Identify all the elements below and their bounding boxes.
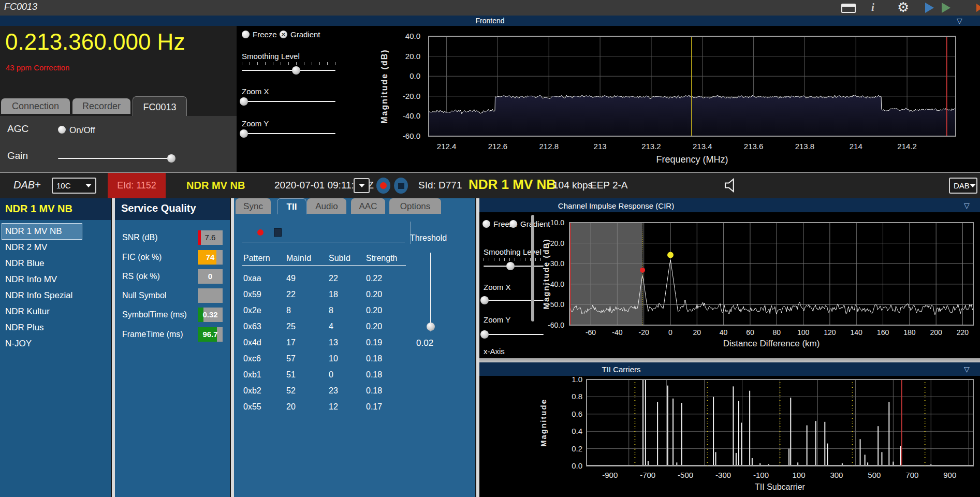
quality-label: FIC (ok %): [122, 253, 162, 262]
tii-cell: 57: [286, 354, 296, 363]
quality-label: SymbolTime (ms): [122, 310, 187, 319]
svg-text:0.2: 0.2: [572, 444, 582, 453]
svg-text:0.0: 0.0: [572, 461, 582, 470]
horizontal-divider[interactable]: [479, 358, 980, 362]
window-layout-icon[interactable]: [841, 4, 856, 13]
tii-cell: 49: [286, 274, 296, 283]
collapse-triangle-icon[interactable]: [957, 17, 962, 25]
service-list-panel: NDR 1 MV NB NDR 1 MV NBNDR 2 MVNDR BlueN…: [0, 198, 111, 497]
tii-carriers-chart: -900-700-500-300-1001003005007009001.00.…: [479, 376, 980, 497]
bitrate: 104 kbps: [553, 180, 593, 191]
gradient-radio[interactable]: [280, 31, 287, 38]
svg-text:214.2: 214.2: [897, 142, 917, 151]
collapse-triangle-icon[interactable]: [964, 365, 970, 373]
gain-slider-thumb[interactable]: [167, 154, 175, 163]
service-list-header-label: NDR 1 MV NB: [5, 203, 72, 215]
threshold-slider[interactable]: [427, 253, 435, 331]
panel-divider[interactable]: [111, 198, 115, 497]
freeze-radio[interactable]: [242, 31, 250, 38]
service-list-item[interactable]: NDR Info Spezial: [2, 288, 72, 303]
svg-text:0.4: 0.4: [572, 427, 582, 435]
service-list-item[interactable]: NDR 1 MV NB: [2, 224, 82, 239]
tab-recorder[interactable]: Recorder: [72, 98, 130, 114]
tii-cell: 22: [329, 274, 338, 283]
zoom-y-slider[interactable]: [242, 129, 335, 138]
tii-cell: 0x55: [243, 402, 261, 412]
zoom-x-slider[interactable]: [242, 97, 335, 106]
svg-text:-900: -900: [602, 471, 618, 479]
channel-select[interactable]: 10C: [52, 178, 96, 194]
stop-button[interactable]: [394, 178, 408, 194]
tii-cell: 0.20: [366, 306, 382, 315]
info-icon[interactable]: [871, 1, 874, 14]
service-list-item[interactable]: NDR Kultur: [2, 304, 50, 319]
quality-value-badge: 0: [198, 269, 223, 284]
record-dropdown[interactable]: [354, 178, 370, 193]
quality-row: FIC (ok %)74: [115, 250, 230, 266]
threshold-value: 0.02: [416, 338, 433, 348]
record-button[interactable]: [376, 178, 390, 194]
tab-tii[interactable]: TII: [277, 198, 306, 214]
tuner-tabs: ConnectionRecorderFC0013: [0, 96, 237, 116]
svg-text:-300: -300: [715, 471, 731, 479]
svg-text:700: 700: [905, 471, 918, 479]
tii-cell: 8: [286, 306, 291, 315]
collapse-triangle-icon[interactable]: [964, 201, 970, 210]
tii-cell: 0x2e: [243, 306, 261, 315]
service-list-item[interactable]: NDR Info MV: [2, 272, 57, 287]
zoom-y-slider-thumb[interactable]: [240, 129, 248, 138]
zoom-y-label: Zoom Y: [242, 119, 269, 128]
tii-record-dot-icon[interactable]: [257, 229, 264, 236]
application-window: FC0013 Frontend 0.213.360.000 Hz 43 ppm …: [0, 0, 980, 497]
threshold-slider-thumb[interactable]: [427, 323, 435, 331]
smoothing-tickmarks: [242, 62, 335, 65]
smoothing-slider-thumb[interactable]: [292, 66, 300, 75]
svg-text:Magnitude: Magnitude: [539, 399, 548, 447]
smoothing-slider[interactable]: [242, 66, 335, 75]
gain-label: Gain: [7, 150, 28, 162]
tab-fc0013[interactable]: FC0013: [133, 96, 187, 116]
service-list-item[interactable]: NDR 2 MV: [2, 240, 47, 255]
agc-onoff-radio[interactable]: [58, 126, 66, 134]
tab-aac[interactable]: AAC: [351, 198, 385, 214]
tii-stop-square-icon[interactable]: [274, 228, 282, 237]
tab-audio[interactable]: Audio: [307, 198, 346, 214]
service-list-item[interactable]: NDR Plus: [2, 320, 44, 335]
stop-square-icon: [398, 183, 404, 189]
service-quality-title: Service Quality: [121, 202, 196, 214]
tii-cell: 12: [329, 402, 338, 412]
svg-text:Frequency (MHz): Frequency (MHz): [656, 154, 728, 165]
panel-divider[interactable]: [475, 198, 479, 497]
tab-connection[interactable]: Connection: [1, 98, 70, 114]
svg-text:20.0: 20.0: [405, 52, 420, 61]
zoom-x-label: Zoom X: [242, 87, 269, 96]
speaker-icon[interactable]: [722, 176, 741, 195]
freeze-label: Freeze: [253, 30, 277, 39]
settings-gear-icon[interactable]: [897, 0, 909, 16]
svg-text:180: 180: [903, 328, 916, 337]
clipped-orange-icon[interactable]: [976, 4, 980, 12]
tii-column-header: Strength: [366, 254, 397, 263]
service-list-item[interactable]: NDR Blue: [2, 256, 45, 271]
quality-row: SNR (dB)7.6: [115, 230, 230, 246]
tuner-panel: 0.213.360.000 Hz 43 ppm Correction Conne…: [0, 26, 237, 173]
panel-divider[interactable]: [230, 198, 234, 497]
gain-slider[interactable]: [58, 154, 175, 163]
svg-text:100: 100: [792, 471, 805, 479]
tii-cell: 25: [286, 322, 296, 331]
tab-options[interactable]: Options: [389, 198, 441, 214]
service-list-item[interactable]: N-JOY: [2, 336, 32, 352]
output-select[interactable]: DAB: [949, 178, 977, 194]
gain-slider-track: [58, 158, 175, 159]
play-blue-icon[interactable]: [925, 3, 934, 13]
tab-sync[interactable]: Sync: [236, 198, 271, 214]
quality-value-badge: 0.32: [198, 308, 223, 322]
svg-text:-20.0: -20.0: [403, 92, 420, 100]
zoom-x-slider-thumb[interactable]: [240, 97, 248, 106]
tii-cell: 0xb2: [243, 386, 261, 396]
tii-cell: 52: [286, 386, 296, 396]
svg-text:200: 200: [930, 328, 942, 337]
cir-chart: -60-40-20020406080100120140160180200220-…: [479, 212, 980, 358]
play-green-icon[interactable]: [942, 3, 950, 13]
svg-text:160: 160: [877, 328, 889, 337]
